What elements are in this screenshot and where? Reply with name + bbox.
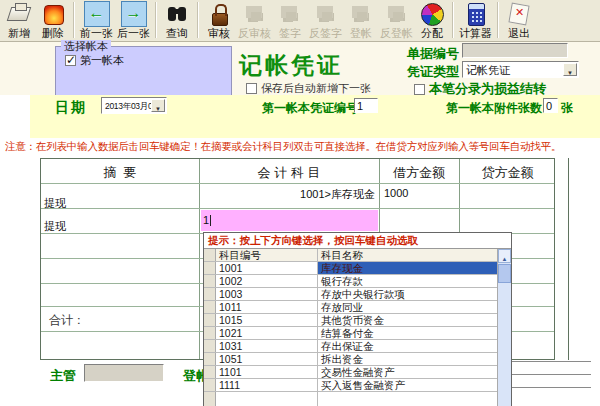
account-book-panel: 选择帐本 第一帐本 — [55, 46, 232, 97]
row-selector[interactable] — [204, 275, 216, 287]
account-code[interactable]: 1031 — [216, 340, 318, 352]
scroll-up-icon[interactable] — [498, 249, 511, 263]
scrollbar-thumb[interactable] — [498, 264, 511, 283]
account-name[interactable]: 存放同业 — [318, 301, 497, 313]
account-list-item[interactable]: 1001 库存现金 — [204, 262, 497, 275]
unpost-icon — [384, 1, 410, 27]
account-list-item[interactable]: 1111 买入返售金融资产 — [204, 379, 497, 392]
account-code[interactable]: 1003 — [216, 288, 318, 300]
account-code[interactable]: 1101 — [216, 366, 318, 378]
summary-column-header: 摘 要 — [41, 164, 199, 182]
allocate-button[interactable]: 分配 — [415, 1, 449, 39]
total-label: 合计： — [49, 312, 85, 329]
row-selector[interactable] — [204, 288, 216, 300]
table-grid-line — [510, 374, 591, 375]
account-list-item[interactable]: 1011 存放同业 — [204, 301, 497, 314]
date-label: 日期 — [55, 99, 87, 117]
manager-field[interactable] — [84, 364, 164, 382]
next-button[interactable]: 后一张 — [115, 1, 152, 39]
exit-button[interactable]: 退出 — [502, 1, 536, 39]
unpost-button-label: 反登帐 — [380, 27, 413, 39]
sign-icon — [277, 1, 303, 27]
account-list-item[interactable]: 1002 银行存款 — [204, 275, 497, 288]
account-name[interactable]: 结算备付金 — [318, 327, 497, 339]
new-button[interactable]: 新增 — [2, 1, 36, 39]
row-selector[interactable] — [204, 340, 216, 352]
credit-column-header: 贷方金额 — [459, 164, 556, 182]
account-code[interactable] — [216, 392, 318, 406]
account-code[interactable]: 1021 — [216, 327, 318, 339]
voucher-type-value: 记帐凭证 — [466, 63, 510, 78]
checked-checkbox-icon[interactable] — [65, 55, 76, 66]
row-divider — [41, 208, 554, 209]
account-code[interactable]: 1011 — [216, 301, 318, 313]
account-name[interactable]: 其他货币资金 — [318, 314, 497, 326]
unchecked-checkbox-icon[interactable] — [414, 84, 425, 95]
doc-no-label: 单据编号 — [407, 45, 459, 63]
account-list-item[interactable]: 1003 存放中央银行款项 — [204, 288, 497, 301]
row-selector[interactable] — [204, 366, 216, 378]
date-select[interactable]: 2013年03月09日 — [101, 97, 167, 114]
account-list-item[interactable]: 1051 拆出资金 — [204, 353, 497, 366]
account-list-item[interactable]: 1031 存出保证金 — [204, 340, 497, 353]
voucher-no-input[interactable]: 1 — [354, 98, 378, 113]
unaudit-button-label: 反审核 — [238, 27, 271, 39]
account-list-item[interactable]: 1015 其他货币资金 — [204, 314, 497, 327]
account-code[interactable]: 1111 — [216, 379, 318, 391]
popup-scrollbar[interactable] — [497, 249, 511, 406]
account-name[interactable] — [318, 392, 497, 406]
post-button-label: 登帐 — [346, 27, 376, 39]
account-code[interactable]: 1001 — [216, 262, 318, 274]
sign-button: 签字 — [273, 1, 307, 39]
attachment-count-input[interactable]: 0 — [543, 98, 558, 113]
unsign-icon — [313, 1, 339, 27]
allocate-button-label: 分配 — [417, 27, 447, 39]
account-list-item[interactable]: 1021 结算备付金 — [204, 327, 497, 340]
chevron-down-icon[interactable] — [151, 99, 165, 112]
query-button[interactable]: 查询 — [160, 1, 194, 39]
account-code[interactable]: 1051 — [216, 353, 318, 365]
toolbar-separator — [197, 2, 199, 38]
account-name[interactable]: 拆出资金 — [318, 353, 497, 365]
row2-summary-cell[interactable]: 提现 — [44, 219, 66, 234]
delete-button[interactable]: 删除 — [36, 1, 70, 39]
account-name[interactable]: 存放中央银行款项 — [318, 288, 497, 300]
account-name[interactable]: 存出保证金 — [318, 340, 497, 352]
calculator-button[interactable]: 计算器 — [457, 1, 494, 39]
account-select-popup: 提示：按上下方向键选择，按回车键自动选取 科目编号 科目名称 1001 库存现金… — [203, 232, 512, 406]
row-selector[interactable] — [204, 353, 216, 365]
account-code[interactable]: 1015 — [216, 314, 318, 326]
row-selector[interactable] — [204, 262, 216, 274]
audit-button[interactable]: 审核 — [202, 1, 236, 39]
unchecked-checkbox-icon[interactable] — [246, 83, 257, 94]
binoculars-icon — [164, 1, 190, 27]
row1-summary-cell[interactable]: 提现 — [44, 196, 66, 211]
chevron-down-icon[interactable] — [563, 63, 577, 76]
row-selector[interactable] — [204, 314, 216, 326]
column-divider — [199, 159, 200, 359]
row-selector[interactable] — [204, 392, 216, 406]
row-selector[interactable] — [204, 379, 216, 391]
row1-account-cell[interactable]: 1001>库存现金 — [201, 187, 375, 202]
account-code-input[interactable]: 1 — [201, 210, 378, 231]
delete-button-label: 删除 — [38, 27, 68, 39]
query-button-label: 查询 — [162, 27, 192, 39]
auto-new-checkbox[interactable]: 保存后自动新增下一张 — [246, 81, 371, 96]
doc-no-field — [462, 43, 568, 58]
row-selector[interactable] — [204, 327, 216, 339]
account-code[interactable]: 1002 — [216, 275, 318, 287]
account-book-checkbox[interactable]: 第一帐本 — [65, 53, 124, 68]
previous-button[interactable]: 前一张 — [78, 1, 115, 39]
voucher-type-select[interactable]: 记帐凭证 — [462, 61, 579, 78]
row1-debit-cell[interactable]: 1000 — [384, 187, 408, 199]
account-name[interactable]: 库存现金 — [318, 262, 497, 274]
account-name[interactable]: 银行存款 — [318, 275, 497, 287]
table-right-strip — [568, 158, 569, 360]
unaudit-button: 反审核 — [236, 1, 273, 39]
account-name[interactable]: 交易性金融资产 — [318, 366, 497, 378]
usage-notice: 注意：在列表中输入数据后击回车键确定！在摘要或会计科目列双击可直接选择。在借贷方… — [5, 140, 599, 154]
account-name[interactable]: 买入返售金融资产 — [318, 379, 497, 391]
account-list-item[interactable]: 1101 交易性金融资产 — [204, 366, 497, 379]
row-selector[interactable] — [204, 301, 216, 313]
account-list-item[interactable] — [204, 392, 497, 406]
